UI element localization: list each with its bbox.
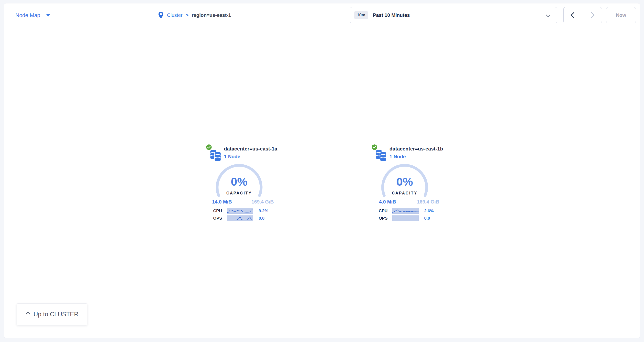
datacenter-title: datacenter=us-east-1b bbox=[390, 146, 443, 152]
up-to-cluster-button[interactable]: Up to CLUSTER bbox=[17, 303, 87, 325]
next-time-button[interactable] bbox=[583, 7, 602, 23]
datacenter-title: datacenter=us-east-1a bbox=[224, 146, 277, 152]
time-step-group bbox=[563, 7, 602, 23]
cpu-value: 9.2% bbox=[259, 209, 268, 214]
healthy-check-icon bbox=[206, 144, 212, 150]
breadcrumb-separator: > bbox=[186, 12, 188, 18]
cpu-label: CPU bbox=[198, 209, 222, 214]
prev-time-button[interactable] bbox=[564, 7, 583, 23]
caret-down-icon bbox=[46, 14, 50, 16]
datacenter-group[interactable]: datacenter=us-east-1a 1 Node 0% CAPACITY… bbox=[198, 143, 281, 225]
qps-metric-row: QPS 0.0 bbox=[363, 215, 446, 221]
capacity-percent: 0% bbox=[380, 175, 429, 188]
node-map-panel: Node Map Cluster > region=us-east-1 10m … bbox=[4, 3, 640, 338]
qps-value: 0.0 bbox=[259, 216, 264, 221]
cpu-sparkline bbox=[227, 208, 253, 214]
up-to-cluster-label: Up to CLUSTER bbox=[34, 311, 78, 318]
view-selector-dropdown[interactable]: Node Map bbox=[16, 3, 50, 27]
chevron-down-icon bbox=[546, 12, 550, 17]
node-count-link[interactable]: 1 Node bbox=[390, 154, 406, 160]
node-map-canvas: datacenter=us-east-1a 1 Node 0% CAPACITY… bbox=[4, 27, 640, 338]
qps-label: QPS bbox=[363, 216, 388, 221]
qps-value: 0.0 bbox=[424, 216, 430, 221]
capacity-percent: 0% bbox=[215, 175, 264, 188]
cpu-metric-row: CPU 2.6% bbox=[363, 208, 446, 214]
cpu-label: CPU bbox=[363, 209, 388, 214]
toolbar: Node Map Cluster > region=us-east-1 10m … bbox=[4, 3, 640, 27]
view-selector-label: Node Map bbox=[16, 12, 40, 18]
time-range-selector[interactable]: 10m Past 10 Minutes bbox=[350, 7, 557, 23]
time-range-label: Past 10 Minutes bbox=[373, 12, 410, 18]
healthy-check-icon bbox=[371, 144, 378, 150]
qps-label: QPS bbox=[198, 216, 222, 221]
qps-sparkline bbox=[392, 215, 419, 221]
chevron-left-icon bbox=[571, 12, 577, 18]
datacenter-group[interactable]: datacenter=us-east-1b 1 Node 0% CAPACITY… bbox=[363, 143, 446, 225]
breadcrumb-cluster-link[interactable]: Cluster bbox=[167, 12, 182, 18]
map-pin-icon bbox=[158, 11, 164, 19]
qps-sparkline bbox=[227, 215, 253, 221]
now-button[interactable]: Now bbox=[606, 7, 636, 23]
node-count-link[interactable]: 1 Node bbox=[224, 154, 240, 160]
capacity-used: 14.0 MiB bbox=[204, 199, 240, 205]
cpu-metric-row: CPU 9.2% bbox=[198, 208, 281, 214]
cpu-value: 2.6% bbox=[424, 209, 434, 214]
time-range-badge: 10m bbox=[354, 11, 368, 19]
capacity-total: 169.4 GiB bbox=[410, 199, 446, 205]
capacity-caption: CAPACITY bbox=[380, 191, 429, 195]
capacity-used: 4.0 MiB bbox=[369, 199, 406, 205]
capacity-total: 169.4 GiB bbox=[244, 199, 281, 205]
capacity-caption: CAPACITY bbox=[215, 191, 264, 195]
up-arrow-icon bbox=[26, 312, 30, 317]
qps-metric-row: QPS 0.0 bbox=[198, 215, 281, 221]
breadcrumb: Cluster > region=us-east-1 bbox=[158, 3, 231, 27]
breadcrumb-current: region=us-east-1 bbox=[192, 12, 231, 18]
cpu-sparkline bbox=[392, 208, 419, 214]
chevron-right-icon bbox=[588, 12, 594, 18]
